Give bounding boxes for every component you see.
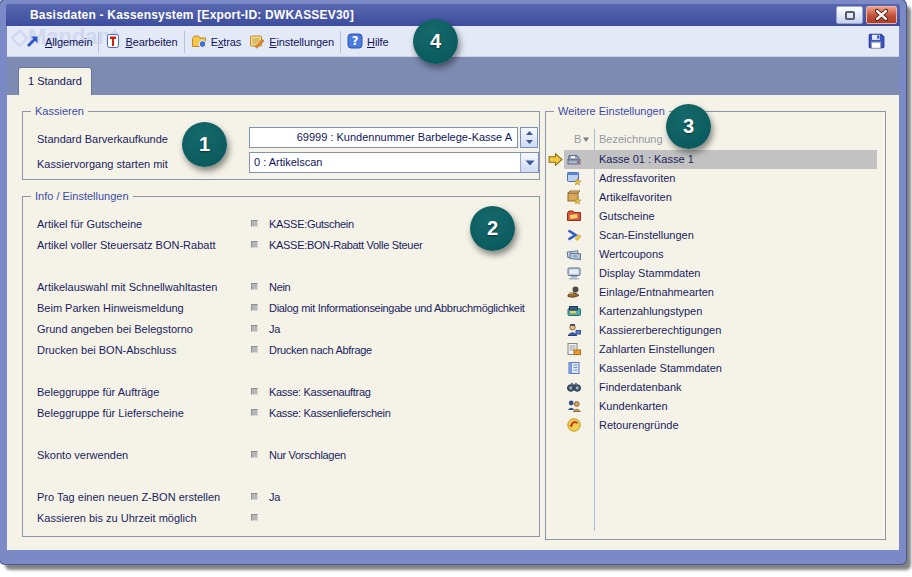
list-item-label: Finderdatenbank	[599, 378, 682, 397]
list-item[interactable]: Display Stammdaten	[564, 264, 877, 283]
svg-text:?: ?	[352, 34, 359, 48]
list-item[interactable]: Zahlarten Einstellungen	[564, 340, 877, 359]
bullet-icon	[251, 409, 258, 416]
tab-standard[interactable]: 1 Standard	[18, 67, 92, 95]
toolbar-button-bearbeiten[interactable]: Bearbeiten	[101, 30, 181, 54]
sort-icon	[582, 136, 590, 143]
list-item[interactable]: Kasse 01 : Kasse 1	[564, 150, 877, 169]
tab-bar: 1 Standard	[7, 57, 899, 95]
field-label: Standard Barverkaufkunde	[37, 133, 168, 145]
bullet-icon	[251, 283, 258, 290]
info-value: Kasse: Kassenlieferschein	[269, 407, 391, 419]
info-row: Pro Tag einen neuen Z-BON erstellenJa	[37, 486, 531, 507]
info-row: Artikel für GutscheineKASSE:Gutschein	[37, 213, 531, 234]
info-row-group: Skonto verwendenNur Vorschlagen	[37, 444, 531, 465]
info-value: KASSE:BON-Rabatt Volle Steuer	[269, 239, 422, 251]
folder-icon	[191, 33, 207, 51]
list-item[interactable]: Kartenzahlungstypen	[564, 302, 877, 321]
toolbar-button-label: Einstellungen	[269, 36, 334, 48]
bullet-icon	[251, 346, 258, 353]
info-value: Nur Vorschlagen	[269, 449, 346, 461]
toolbar-button-allgemein[interactable]: Allgemein	[21, 30, 96, 54]
info-label: Drucken bei BON-Abschluss	[37, 344, 251, 356]
window-body: ◇Mandant AllgemeinBearbeitenExtrasEinste…	[7, 26, 899, 550]
info-value: Drucken nach Abfrage	[269, 344, 372, 356]
callout-1: 1	[182, 122, 227, 167]
list-item[interactable]: Wertcoupons	[564, 245, 877, 264]
app-window: Basisdaten - Kassensystem [Export-ID: DW…	[0, 0, 906, 564]
group-info-einstellungen: Info / Einstellungen Artikel für Gutsche…	[22, 196, 540, 537]
list-item[interactable]: ★Artikelfavoriten	[564, 188, 877, 207]
list-item-label: Zahlarten Einstellungen	[599, 340, 715, 359]
list-item[interactable]: Kundenkarten	[564, 397, 877, 416]
toolbar-button-einstellungen[interactable]: Einstellungen	[245, 30, 338, 54]
list-item-label: Einlage/Entnahmearten	[599, 283, 714, 302]
list-item[interactable]: Gutscheine	[564, 207, 877, 226]
list-item-label: Kassiererberechtigungen	[599, 321, 721, 340]
toolbar-button-extras[interactable]: Extras	[187, 30, 246, 54]
finder-database-icon	[566, 379, 582, 395]
info-row-group: Artikel für GutscheineKASSE:GutscheinArt…	[37, 213, 531, 255]
info-row: Kassieren bis zu Uhrzeit möglich	[37, 507, 531, 528]
list-item-label: Scan-Einstellungen	[599, 226, 694, 245]
info-value: Ja	[269, 491, 280, 503]
list-item[interactable]: Retourengründe	[564, 416, 877, 435]
info-value: Nein	[269, 281, 290, 293]
list-item-label: Kartenzahlungstypen	[599, 302, 702, 321]
spinner-control[interactable]	[520, 127, 538, 148]
callout-3: 3	[666, 104, 711, 149]
info-row-group: Pro Tag einen neuen Z-BON erstellenJaKas…	[37, 486, 531, 528]
list-item[interactable]: Kassiererberechtigungen	[564, 321, 877, 340]
column-header-b[interactable]: B	[574, 133, 590, 145]
list-item-label: Kundenkarten	[599, 397, 668, 416]
info-label: Skonto verwenden	[37, 449, 251, 461]
cash-drawer-icon	[566, 360, 582, 376]
cash-register-icon	[566, 151, 582, 167]
group-info-title: Info / Einstellungen	[31, 189, 133, 204]
column-header-bezeichnung[interactable]: Bezeichnung	[599, 133, 663, 145]
svg-text:★: ★	[573, 177, 581, 186]
callout-2: 2	[470, 206, 515, 251]
edit-hammer-icon	[105, 33, 121, 51]
list-item[interactable]: Scan-Einstellungen	[564, 226, 877, 245]
bullet-icon	[251, 388, 258, 395]
bullet-icon	[251, 451, 258, 458]
info-label: Artikelauswahl mit Schnellwahltasten	[37, 281, 251, 293]
info-row-group: Beleggruppe für AufträgeKasse: Kassenauf…	[37, 381, 531, 423]
voucher-icon	[566, 208, 582, 224]
close-button[interactable]	[866, 6, 897, 24]
list-item[interactable]: Einlage/Entnahmearten	[564, 283, 877, 302]
spinner-arrows-icon	[525, 130, 534, 145]
bullet-icon	[251, 514, 258, 521]
save-icon[interactable]	[867, 32, 885, 50]
group-kassieren: Kassieren Standard Barverkaufkunde 69999…	[22, 111, 540, 180]
kassiervorgang-dropdown[interactable]: 0 : Artikelscan	[249, 152, 539, 173]
title-bar[interactable]: Basisdaten - Kassensystem [Export-ID: DW…	[6, 4, 900, 26]
chevron-down-icon	[525, 160, 535, 166]
dropdown-button[interactable]	[520, 153, 538, 172]
content-area: Kassieren Standard Barverkaufkunde 69999…	[7, 95, 899, 550]
screen: Basisdaten - Kassensystem [Export-ID: DW…	[0, 0, 912, 577]
info-label: Artikel für Gutscheine	[37, 218, 251, 230]
standard-barverkaufkunde-input[interactable]: 69999 : Kundennummer Barbelege-Kasse A	[249, 127, 518, 148]
list-item[interactable]: ★Adressfavoriten	[564, 169, 877, 188]
address-favorites-icon: ★	[566, 170, 582, 186]
payment-types-icon	[566, 341, 582, 357]
cashier-permissions-icon	[566, 322, 582, 338]
settings-note-icon	[249, 33, 265, 51]
customer-cards-icon	[566, 398, 582, 414]
list-item[interactable]: Kassenlade Stammdaten	[564, 359, 877, 378]
minimize-button[interactable]	[836, 6, 863, 24]
scan-icon	[566, 227, 582, 243]
info-row: Beleggruppe für LieferscheineKasse: Kass…	[37, 402, 531, 423]
coupons-icon	[566, 246, 582, 262]
toolbar-separator	[184, 31, 185, 53]
bullet-icon	[251, 325, 258, 332]
window-title: Basisdaten - Kassensystem [Export-ID: DW…	[30, 8, 354, 22]
toolbar-button-hilfe[interactable]: ?Hilfe	[343, 30, 393, 54]
svg-text:★: ★	[573, 196, 581, 205]
list-item[interactable]: Finderdatenbank	[564, 378, 877, 397]
group-weitere-einstellungen: Weitere Einstellungen B Bezeichnung Kass…	[545, 111, 886, 540]
callout-4: 4	[413, 19, 458, 64]
card-payment-icon	[566, 303, 582, 319]
